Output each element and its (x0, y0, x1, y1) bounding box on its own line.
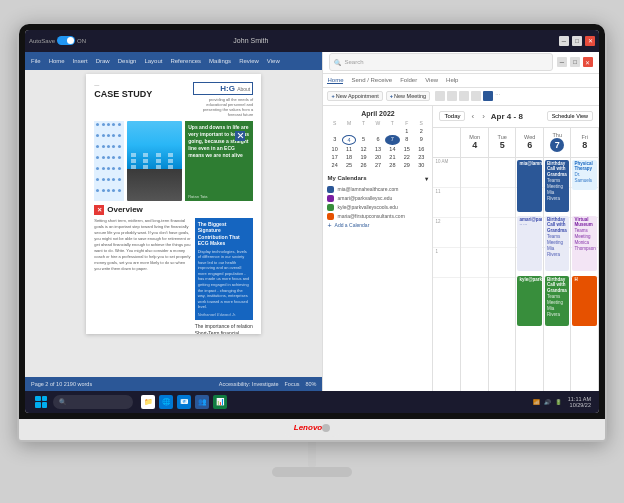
tab-view[interactable]: View (425, 77, 438, 83)
calendar-ribbon: + New Appointment + New Meeting (323, 88, 599, 106)
view-icon-3[interactable] (459, 91, 469, 101)
add-calendar-item[interactable]: + Add a Calendar (327, 221, 428, 230)
ribbon-file[interactable]: File (31, 58, 41, 64)
day-col-thu: Birthday Call with Grandma Teams Meeting… (544, 158, 572, 391)
new-meeting-button[interactable]: + New Meeting (386, 91, 430, 101)
mini-cal-week-1: 1 2 (327, 127, 428, 135)
cal-close-button[interactable]: ✕ (583, 57, 593, 67)
taskbar-search[interactable]: 🔍 (53, 395, 133, 409)
ribbon-design[interactable]: Design (118, 58, 137, 64)
cal-maximize-button[interactable]: □ (570, 57, 580, 67)
ribbon-references[interactable]: References (170, 58, 201, 64)
time-12pm: 12 (433, 218, 460, 248)
taskbar-app-explorer[interactable]: 📁 (141, 395, 155, 409)
ribbon-layout[interactable]: Layout (144, 58, 162, 64)
building-image (127, 121, 182, 201)
view-icon-2[interactable] (447, 91, 457, 101)
page-count: Page 2 of 10 2190 words (31, 381, 92, 387)
next-week-button[interactable]: › (480, 112, 487, 121)
close-button[interactable]: ✕ (585, 36, 595, 46)
cal-item-kyle[interactable]: kyle@parkvalleyscools.edu (327, 203, 428, 212)
date-display: 10/29/22 (568, 402, 591, 408)
event-birthday-3[interactable]: Birthday Call with Grandma Teams Meeting… (545, 276, 570, 326)
day-header-thu: Thu 7 (544, 128, 572, 157)
day-header-tue: Tue 5 (489, 128, 517, 157)
cal-minimize-button[interactable]: ─ (557, 57, 567, 67)
ribbon-draw[interactable]: Draw (96, 58, 110, 64)
minimize-button[interactable]: ─ (559, 36, 569, 46)
stand-neck (308, 442, 316, 467)
cal-item-mia[interactable]: mia@lamnahealthcare.com (327, 185, 428, 194)
taskbar-app-teams[interactable]: 👥 (195, 395, 209, 409)
schedule-view-button[interactable]: Schedule View (547, 111, 593, 121)
cal-color-kyle (327, 204, 334, 211)
doc-right-col: The Biggest Signature Contribution That … (195, 218, 254, 334)
view-icon-4[interactable] (471, 91, 481, 101)
cal-name-maria: maria@firstupconsultants.com (337, 213, 404, 219)
taskbar-app-edge[interactable]: 🌐 (159, 395, 173, 409)
ribbon-review[interactable]: Review (239, 58, 259, 64)
monitor-power-button[interactable] (322, 424, 330, 432)
event-birthday-2[interactable]: Birthday Call with Grandma Teams Meeting… (545, 216, 570, 271)
event-h-truncated[interactable]: H (572, 276, 597, 326)
cal-name-kyle: kyle@parkvalleyscools.edu (337, 204, 397, 210)
tab-send-receive[interactable]: Send / Receive (351, 77, 392, 83)
view-icon-1[interactable] (435, 91, 445, 101)
maximize-button[interactable]: □ (572, 36, 582, 46)
time-display: 11:11 AM (568, 396, 591, 402)
word-status-bar: Page 2 of 10 2190 words Accessibility: I… (25, 377, 322, 391)
green-quote-text: Ups and downs in life are very important… (188, 124, 250, 159)
sig-author: Nathanael Edward Jr. (198, 312, 251, 317)
time-11am: 11 (433, 188, 460, 218)
today-button[interactable]: Today (439, 111, 465, 121)
word-user-name: John Smith (233, 37, 268, 44)
quote-author: Ratan Tata (188, 194, 207, 199)
calendar-sidebar: April 2022 S M T W T F S (323, 106, 433, 391)
cal-item-amari[interactable]: amari@parkvalleysc.edu (327, 194, 428, 203)
new-appointment-button[interactable]: + New Appointment (327, 91, 382, 101)
ribbon-home[interactable]: Home (49, 58, 65, 64)
tab-home[interactable]: Home (327, 77, 343, 84)
time-col-header (433, 128, 461, 157)
ribbon-view[interactable]: View (267, 58, 280, 64)
monitor-stand (282, 442, 342, 482)
doc-subtitle: — (94, 82, 152, 88)
expand-icon[interactable]: ▾ (425, 175, 428, 182)
ribbon-mailings[interactable]: Mailings (209, 58, 231, 64)
taskbar-app-excel[interactable]: 📊 (213, 395, 227, 409)
mini-calendar-grid: S M T W T F S (327, 120, 428, 169)
more-options[interactable]: ··· (495, 91, 500, 101)
view-icon-active[interactable] (483, 91, 493, 101)
tab-folder[interactable]: Folder (400, 77, 417, 83)
mini-cal-week-3: 10 11 12 13 14 15 16 (327, 145, 428, 153)
doc-header: — CASE STUDY H:G About providing all the… (94, 82, 253, 117)
time-1pm: 1 (433, 248, 460, 278)
event-amari-wed[interactable]: amari@parkvalleysc ·· ··· (517, 216, 542, 271)
event-kyle-wed[interactable]: kyle@parkvalleysch (517, 276, 542, 326)
week-grid: mia@lamnahealthcare.com amari@parkvalley… (461, 158, 599, 391)
hg-logo: H:G About (193, 82, 253, 95)
word-document-panel: File Home Insert Draw Design Layout Refe… (25, 52, 323, 391)
taskbar-app-mail[interactable]: 📧 (177, 395, 191, 409)
calendar-search-bar[interactable]: 🔍 Search (329, 53, 553, 71)
add-calendar-icon: + (327, 222, 331, 229)
autosave-toggle[interactable] (57, 36, 75, 45)
event-birthday-1[interactable]: Birthday Call with Grandma Teams Meeting… (545, 160, 570, 212)
start-button[interactable] (33, 394, 49, 410)
time-column: 10 AM 11 12 (433, 158, 461, 391)
stand-base (272, 467, 352, 477)
hg-description: providing all the needs of educational p… (193, 97, 253, 117)
calendar-ribbon-tabs: Home Send / Receive Folder View Help (323, 74, 599, 88)
mini-cal-week-5: 24 25 26 27 28 29 30 (327, 161, 428, 169)
mini-cal-day-headers: S M T W T F S (327, 120, 428, 126)
prev-week-button[interactable]: ‹ (469, 112, 476, 121)
week-view: Mon 4 Tue 5 Wed 6 (433, 128, 599, 391)
cal-item-maria[interactable]: maria@firstupconsultants.com (327, 212, 428, 221)
event-virtual-museum[interactable]: Virtual Museum Teams Meeting Monica Thom… (572, 216, 597, 271)
close-x-button[interactable] (235, 131, 245, 141)
tab-help[interactable]: Help (446, 77, 458, 83)
event-physical-therapy[interactable]: Physical Therapy Dr. Samuels (572, 160, 597, 190)
ribbon-insert[interactable]: Insert (73, 58, 88, 64)
event-mia-wed[interactable]: mia@lamnahealthcare.com (517, 160, 542, 212)
my-calendars-header: My Calendars ▾ (327, 175, 428, 182)
